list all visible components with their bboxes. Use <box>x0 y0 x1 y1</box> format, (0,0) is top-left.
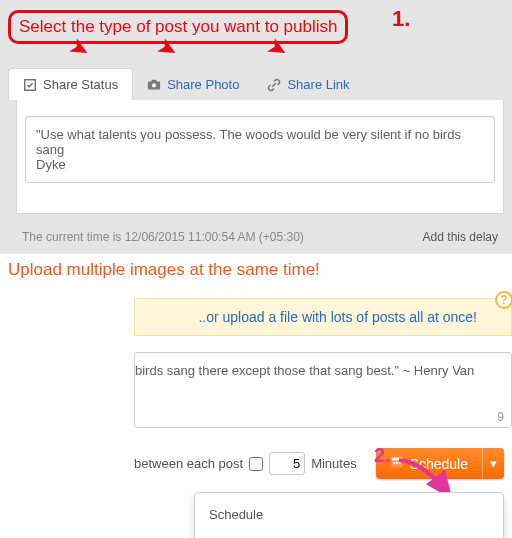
schedule-button-label: Schedule <box>410 456 468 472</box>
schedule-button-group: Schedule ▾ <box>376 448 504 479</box>
composer-panel: Select the type of post you want to publ… <box>0 0 512 254</box>
current-time-label: The current time is 12/06/2015 11:00:54 … <box>22 230 304 244</box>
file-upload-hint-bar: ..or upload a file with lots of posts al… <box>134 298 512 336</box>
interval-units-label: Minutes <box>311 456 357 471</box>
menu-item-schedule[interactable]: Schedule <box>195 499 503 530</box>
upload-multiple-banner: Upload multiple images at the same time! <box>0 254 512 300</box>
tab-share-link[interactable]: Share Link <box>253 69 363 100</box>
schedule-button[interactable]: Schedule <box>376 448 482 479</box>
schedule-options-row: between each post Minutes Schedule ▾ <box>134 448 512 479</box>
svg-rect-7 <box>396 462 398 464</box>
link-icon <box>267 78 281 92</box>
tab-share-photo[interactable]: Share Photo <box>133 69 253 100</box>
between-each-post-label: between each post <box>134 456 243 471</box>
bulk-post-textarea[interactable]: birds sang there except those that sang … <box>134 352 512 428</box>
svg-rect-8 <box>398 462 400 464</box>
pencil-icon <box>23 78 37 92</box>
schedule-dropdown-toggle[interactable]: ▾ <box>482 448 504 479</box>
status-editor: "Use what talents you possess. The woods… <box>16 100 504 214</box>
svg-point-2 <box>152 83 156 87</box>
delay-row: The current time is 12/06/2015 11:00:54 … <box>8 222 512 254</box>
svg-rect-5 <box>391 458 402 461</box>
help-icon[interactable]: ? <box>495 291 512 309</box>
tab-label: Share Status <box>43 77 118 92</box>
add-delay-link[interactable]: Add this delay <box>423 230 498 244</box>
tutorial-marker-2: 2. <box>374 444 391 467</box>
chevron-down-icon: ▾ <box>490 456 497 471</box>
camera-icon <box>147 78 161 92</box>
interval-value-input[interactable] <box>269 452 305 475</box>
interval-checkbox[interactable] <box>249 457 263 471</box>
tutorial-marker-1: 1. <box>392 6 410 32</box>
svg-rect-6 <box>393 462 395 464</box>
calendar-icon <box>390 455 404 472</box>
tab-label: Share Link <box>287 77 349 92</box>
tutorial-callout: Select the type of post you want to publ… <box>8 10 348 44</box>
tab-label: Share Photo <box>167 77 239 92</box>
menu-item-post-now[interactable]: Post Now <box>195 530 503 538</box>
status-textarea[interactable]: "Use what talents you possess. The woods… <box>25 116 495 183</box>
bulk-upload-panel: ..or upload a file with lots of posts al… <box>134 298 512 479</box>
tab-share-status[interactable]: Share Status <box>8 68 133 100</box>
character-count: 9 <box>497 410 504 424</box>
post-type-tabs: Share Status Share Photo Share Link <box>8 68 512 100</box>
file-upload-hint-text[interactable]: ..or upload a file with lots of posts al… <box>198 309 477 325</box>
schedule-dropdown-menu: Schedule Post Now Schedule in your Prede… <box>194 492 504 538</box>
svg-rect-3 <box>152 79 157 82</box>
